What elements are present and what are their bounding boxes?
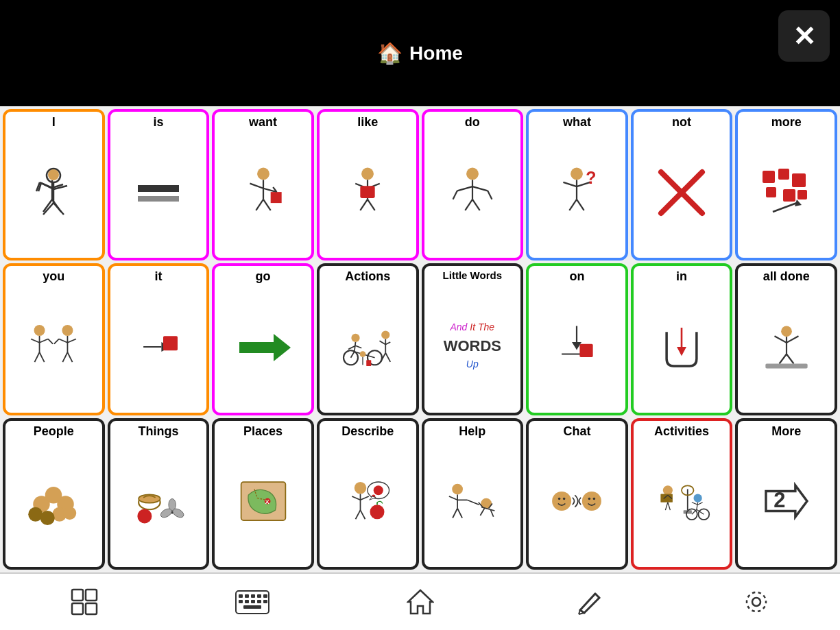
svg-line-68 xyxy=(68,352,73,362)
svg-rect-181 xyxy=(263,594,267,598)
cell-help[interactable]: Help xyxy=(422,418,524,570)
home-title: Home xyxy=(409,43,463,64)
cell-more2[interactable]: More 2 xyxy=(735,418,837,570)
cell-is[interactable]: is xyxy=(108,109,210,261)
svg-line-86 xyxy=(385,342,390,345)
svg-line-61 xyxy=(40,352,45,362)
svg-line-85 xyxy=(380,341,386,344)
svg-line-100 xyxy=(774,336,787,343)
cell-do[interactable]: do xyxy=(422,109,524,261)
svg-line-82 xyxy=(356,346,362,348)
cell-actions[interactable]: Actions xyxy=(317,263,419,415)
svg-line-59 xyxy=(40,339,48,342)
close-button[interactable]: ✕ xyxy=(778,10,830,62)
svg-line-41 xyxy=(564,182,577,186)
svg-line-67 xyxy=(63,352,68,362)
svg-line-127 xyxy=(361,510,365,519)
svg-rect-49 xyxy=(778,169,789,180)
cell-what[interactable]: what ? xyxy=(526,109,628,261)
cell-little-words[interactable]: Little Words And It The WORDS Up xyxy=(422,263,524,415)
svg-point-75 xyxy=(352,334,360,342)
svg-rect-177 xyxy=(239,594,243,598)
svg-point-131 xyxy=(374,485,383,495)
keyboard-button[interactable] xyxy=(228,581,276,622)
cell-chat[interactable]: Chat xyxy=(526,418,628,570)
svg-rect-104 xyxy=(765,363,807,368)
home-button[interactable] xyxy=(396,581,444,622)
svg-point-132 xyxy=(370,505,385,519)
svg-marker-55 xyxy=(795,199,802,206)
cell-you[interactable]: you xyxy=(3,263,105,415)
cell-people[interactable]: People xyxy=(3,418,105,570)
svg-point-39 xyxy=(571,167,584,180)
svg-line-191 xyxy=(584,598,599,613)
svg-point-147 xyxy=(553,492,572,511)
cell-go[interactable]: go xyxy=(212,263,314,415)
cell-activities[interactable]: Activities xyxy=(631,418,733,570)
svg-line-168 xyxy=(692,502,698,505)
pencil-button[interactable] xyxy=(564,581,612,622)
bottom-toolbar xyxy=(0,572,840,630)
cell-on[interactable]: on xyxy=(526,263,628,415)
svg-rect-15 xyxy=(138,196,179,202)
svg-line-66 xyxy=(68,339,76,342)
cell-i[interactable]: I xyxy=(3,109,105,261)
svg-text:?: ? xyxy=(586,167,597,186)
svg-line-33 xyxy=(457,186,472,191)
svg-line-21 xyxy=(263,199,271,210)
close-icon: ✕ xyxy=(793,21,816,52)
svg-marker-170 xyxy=(766,485,807,517)
cell-things[interactable]: Things xyxy=(108,418,210,570)
cell-not[interactable]: not xyxy=(631,109,733,261)
svg-marker-74 xyxy=(274,334,291,361)
svg-point-122 xyxy=(355,482,367,494)
svg-rect-172 xyxy=(72,590,83,601)
svg-line-138 xyxy=(453,509,457,518)
svg-point-83 xyxy=(381,330,389,339)
home-icon: 🏠 xyxy=(377,41,403,65)
gear-button[interactable] xyxy=(732,581,780,622)
svg-line-60 xyxy=(35,352,40,362)
cell-all-done[interactable]: all done xyxy=(735,263,837,415)
svg-line-78 xyxy=(355,342,356,352)
svg-rect-95 xyxy=(580,344,593,357)
svg-rect-179 xyxy=(251,594,255,598)
svg-point-195 xyxy=(752,598,760,606)
home-label: 🏠 Home xyxy=(377,41,463,65)
svg-point-148 xyxy=(558,498,561,500)
svg-rect-53 xyxy=(797,190,807,199)
svg-line-18 xyxy=(250,183,263,188)
svg-marker-188 xyxy=(408,590,433,614)
svg-rect-175 xyxy=(86,603,97,614)
svg-rect-173 xyxy=(86,590,97,601)
svg-rect-185 xyxy=(257,600,261,603)
svg-point-111 xyxy=(63,507,76,520)
svg-point-110 xyxy=(40,511,55,525)
cell-more[interactable]: more xyxy=(735,109,837,261)
grid-button[interactable] xyxy=(60,581,108,622)
svg-line-165 xyxy=(697,502,698,510)
svg-rect-50 xyxy=(792,173,806,187)
svg-line-101 xyxy=(787,336,799,343)
svg-rect-30 xyxy=(361,186,375,198)
cell-it[interactable]: it xyxy=(108,263,210,415)
cell-want[interactable]: want xyxy=(212,109,314,261)
cell-places[interactable]: Places X xyxy=(212,418,314,570)
cell-in[interactable]: in xyxy=(631,263,733,415)
cell-describe[interactable]: Describe xyxy=(317,418,419,570)
svg-line-10 xyxy=(52,199,61,212)
svg-line-36 xyxy=(472,199,480,210)
svg-line-54 xyxy=(773,203,797,212)
svg-line-124 xyxy=(352,496,360,500)
svg-point-31 xyxy=(466,167,479,180)
svg-point-151 xyxy=(588,498,591,500)
cell-like[interactable]: like xyxy=(317,109,419,261)
svg-line-146 xyxy=(467,500,479,505)
svg-point-150 xyxy=(582,492,601,511)
svg-line-29 xyxy=(368,199,375,210)
svg-text:2: 2 xyxy=(773,488,785,512)
svg-point-114 xyxy=(137,509,152,524)
svg-point-134 xyxy=(452,484,463,495)
svg-point-16 xyxy=(257,167,269,180)
svg-rect-187 xyxy=(243,605,261,609)
